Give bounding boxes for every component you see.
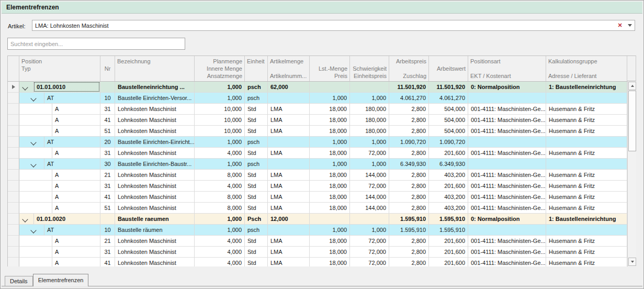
cell-einheit[interactable]: psch: [245, 137, 268, 148]
cell-artikel[interactable]: LMA: [268, 236, 310, 247]
table-row[interactable]: A21Lohnkosten Maschinist4,000StdLMA18,00…: [8, 236, 627, 247]
cell-schwier[interactable]: [350, 214, 389, 225]
cell-pos[interactable]: A: [19, 203, 100, 214]
cell-artikel[interactable]: LMA: [268, 170, 310, 181]
cell-lst[interactable]: 1,000: [310, 93, 350, 104]
cell-schwier[interactable]: 1,000: [350, 93, 389, 104]
cell-aw[interactable]: 1.090,720: [429, 137, 468, 148]
cell-plan[interactable]: 4,000: [195, 247, 245, 258]
tab-elementrefrenzen[interactable]: Elementrefrenzen: [33, 274, 89, 286]
cell-ap[interactable]: 6.349,930: [389, 159, 429, 170]
expand-chevron-icon[interactable]: [30, 161, 36, 167]
cell-artikel[interactable]: LMA: [268, 203, 310, 214]
cell-kalk[interactable]: [546, 225, 627, 236]
cell-pos[interactable]: A: [19, 236, 100, 247]
cell-ap[interactable]: 11.501,920: [389, 82, 429, 93]
cell-bez[interactable]: Lohnkosten Maschinist: [115, 203, 195, 214]
cell-pos[interactable]: AT: [19, 137, 100, 148]
table-row[interactable]: A31Lohnkosten Maschinist4,000StdLMA18,00…: [8, 247, 627, 258]
artikel-combobox[interactable]: LMA: Lohnkosten Maschinist ✕: [32, 20, 635, 31]
cell-lst[interactable]: 18,000: [310, 192, 350, 203]
cell-artikel[interactable]: [268, 159, 310, 170]
table-row[interactable]: AT30Baustelle Einrichten-Baustr...1,000p…: [8, 159, 627, 170]
cell-lst[interactable]: [310, 82, 350, 93]
cell-kalk[interactable]: Husemann & Fritz: [546, 203, 627, 214]
cell-plan[interactable]: 10,000: [195, 115, 245, 126]
cell-pos[interactable]: A: [19, 115, 100, 126]
cell-nr[interactable]: 10: [100, 93, 115, 104]
cell-aw[interactable]: 201,600: [429, 236, 468, 247]
cell-lst[interactable]: 18,000: [310, 258, 350, 266]
cell-posart[interactable]: 001-4111: Maschinisten-Ge...: [468, 126, 546, 137]
col-header-plan[interactable]: PlanmengeInnere MengeAnsatzmenge: [195, 56, 245, 81]
cell-lst[interactable]: [310, 214, 350, 225]
cell-pos[interactable]: A: [19, 170, 100, 181]
cell-pos[interactable]: A: [19, 181, 100, 192]
cell-artikel[interactable]: [268, 225, 310, 236]
cell-artikel[interactable]: [268, 93, 310, 104]
cell-einheit[interactable]: Std: [245, 126, 268, 137]
cell-ap[interactable]: 1.090,720: [389, 137, 429, 148]
table-row[interactable]: A31Lohnkosten Maschinist10,000StdLMA18,0…: [8, 104, 627, 115]
col-header-nr[interactable]: Nr: [100, 56, 115, 81]
cell-einheit[interactable]: Std: [245, 203, 268, 214]
cell-nr[interactable]: 51: [100, 126, 115, 137]
cell-bez[interactable]: Lohnkosten Maschinist: [115, 104, 195, 115]
cell-einheit[interactable]: Std: [245, 192, 268, 203]
cell-nr[interactable]: [100, 214, 115, 225]
col-header-indicator[interactable]: [8, 56, 19, 81]
cell-artikel[interactable]: 12,000: [268, 214, 310, 225]
cell-nr[interactable]: 31: [100, 247, 115, 258]
cell-aw[interactable]: 6.349,930: [429, 159, 468, 170]
cell-plan[interactable]: 1,000: [195, 82, 245, 93]
cell-kalk[interactable]: Husemann & Fritz: [546, 148, 627, 159]
cell-einheit[interactable]: Std: [245, 170, 268, 181]
cell-kalk[interactable]: Husemann & Fritz: [546, 247, 627, 258]
cell-artikel[interactable]: 62,000: [268, 82, 310, 93]
cell-bez[interactable]: Lohnkosten Maschinist: [115, 126, 195, 137]
cell-ap[interactable]: 2,800: [389, 258, 429, 266]
cell-ap[interactable]: 2,800: [389, 126, 429, 137]
col-header-einheit[interactable]: Einheit: [245, 56, 268, 81]
cell-nr[interactable]: 41: [100, 192, 115, 203]
cell-artikel[interactable]: LMA: [268, 192, 310, 203]
cell-artikel[interactable]: [268, 137, 310, 148]
cell-posart[interactable]: 001-4111: Maschinisten-Ge...: [468, 170, 546, 181]
cell-lst[interactable]: 1,000: [310, 137, 350, 148]
cell-nr[interactable]: 31: [100, 148, 115, 159]
cell-aw[interactable]: 403,200: [429, 203, 468, 214]
cell-pos[interactable]: 01.01.0020: [19, 214, 100, 225]
cell-posart[interactable]: 0: Normalposition: [468, 82, 546, 93]
cell-pos[interactable]: A: [19, 148, 100, 159]
cell-lst[interactable]: 18,000: [310, 115, 350, 126]
cell-schwier[interactable]: 72,000: [350, 236, 389, 247]
cell-lst[interactable]: 18,000: [310, 203, 350, 214]
cell-nr[interactable]: 21: [100, 170, 115, 181]
cell-plan[interactable]: 10,000: [195, 126, 245, 137]
table-row[interactable]: AT10Baustelle räumen1,000psch1,0001,0001…: [8, 225, 627, 236]
cell-bez[interactable]: Lohnkosten Maschinist: [115, 148, 195, 159]
cell-plan[interactable]: 8,000: [195, 203, 245, 214]
cell-posart[interactable]: 001-4111: Maschinisten-Ge...: [468, 148, 546, 159]
cell-einheit[interactable]: Std: [245, 236, 268, 247]
cell-plan[interactable]: 4,000: [195, 258, 245, 266]
cell-einheit[interactable]: Std: [245, 258, 268, 266]
cell-aw[interactable]: 403,200: [429, 170, 468, 181]
cell-einheit[interactable]: psch: [245, 159, 268, 170]
col-header-bez[interactable]: Bezeichnung: [115, 56, 195, 81]
cell-posart[interactable]: [468, 137, 546, 148]
cell-plan[interactable]: 4,000: [195, 148, 245, 159]
table-row[interactable]: 01.01.0010Baustelleneinrichtung ...1,000…: [8, 82, 627, 93]
cell-nr[interactable]: 31: [100, 104, 115, 115]
cell-schwier[interactable]: 180,000: [350, 104, 389, 115]
cell-bez[interactable]: Baustelle Einrichten-Baustr...: [115, 159, 195, 170]
col-header-schwier[interactable]: SchwierigkeitEinheitspreis: [350, 56, 389, 81]
cell-artikel[interactable]: LMA: [268, 258, 310, 266]
cell-plan[interactable]: 10,000: [195, 104, 245, 115]
cell-lst[interactable]: 1,000: [310, 225, 350, 236]
cell-bez[interactable]: Baustelle Einrichten-Einricht...: [115, 137, 195, 148]
cell-kalk[interactable]: Husemann & Fritz: [546, 170, 627, 181]
expand-chevron-icon[interactable]: [22, 216, 28, 222]
cell-bez[interactable]: Lohnkosten Maschinist: [115, 247, 195, 258]
scroll-down-button[interactable]: [628, 258, 636, 266]
